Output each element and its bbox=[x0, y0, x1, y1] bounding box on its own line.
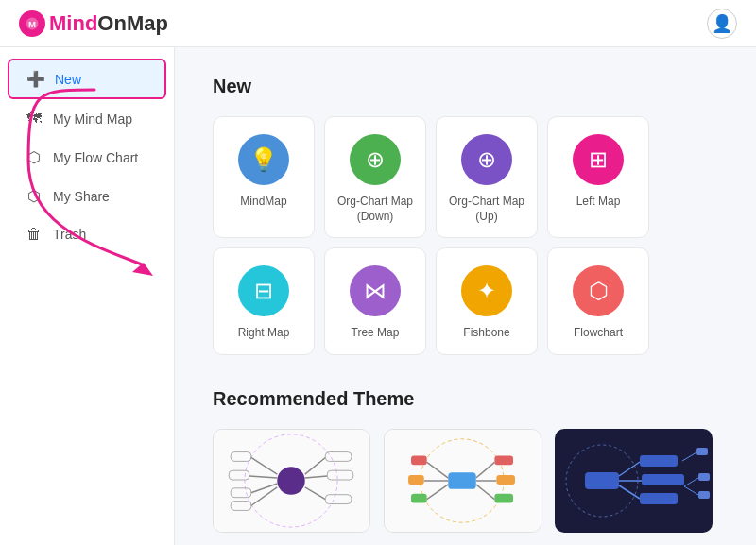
logo-icon: M bbox=[19, 10, 45, 37]
org-chart-up-icon: ⊕ bbox=[461, 134, 512, 185]
icon-card-fishbone[interactable]: ✦Fishbone bbox=[436, 247, 538, 355]
sidebar-item-my-mind-map-label: My Mind Map bbox=[53, 111, 132, 127]
org-chart-down-icon: ⊕ bbox=[350, 134, 401, 185]
mindmap-icon: 💡 bbox=[238, 134, 289, 185]
svg-rect-34 bbox=[494, 494, 513, 503]
recommended-section-title: Recommended Theme bbox=[213, 388, 718, 410]
share-icon: ⬡ bbox=[25, 187, 43, 205]
svg-rect-28 bbox=[411, 494, 427, 503]
sidebar-item-my-share-label: My Share bbox=[53, 189, 110, 204]
icon-card-right-map[interactable]: ⊟Right Map bbox=[213, 247, 315, 355]
left-map-icon: ⊞ bbox=[573, 134, 624, 185]
logo-on: On bbox=[97, 11, 127, 36]
logo-map: Map bbox=[127, 11, 168, 36]
map-icon: 🗺 bbox=[25, 111, 43, 128]
org-chart-up-label: Org-Chart Map (Up) bbox=[446, 195, 527, 224]
app-layout: ➕ New 🗺 My Mind Map ⬡ My Flow Chart ⬡ My… bbox=[0, 47, 756, 545]
theme-grid bbox=[213, 429, 718, 545]
svg-rect-32 bbox=[496, 475, 515, 485]
svg-rect-47 bbox=[698, 473, 710, 481]
svg-rect-22 bbox=[448, 472, 475, 489]
svg-rect-24 bbox=[411, 455, 427, 465]
svg-point-5 bbox=[277, 467, 304, 494]
sidebar-item-my-mind-map[interactable]: 🗺 My Mind Map bbox=[8, 101, 166, 137]
mindmap-label: MindMap bbox=[240, 195, 286, 210]
svg-rect-43 bbox=[640, 493, 678, 504]
svg-rect-37 bbox=[585, 472, 619, 489]
svg-rect-30 bbox=[494, 455, 513, 465]
right-map-label: Right Map bbox=[238, 326, 290, 341]
main-content: New 💡MindMap⊕Org-Chart Map (Down)⊕Org-Ch… bbox=[175, 47, 756, 545]
theme-card-2[interactable] bbox=[384, 429, 541, 533]
icon-card-org-chart-down[interactable]: ⊕Org-Chart Map (Down) bbox=[324, 116, 426, 238]
icon-card-left-map[interactable]: ⊞Left Map bbox=[547, 116, 649, 238]
sidebar-item-my-flow-chart-label: My Flow Chart bbox=[53, 150, 138, 165]
svg-rect-39 bbox=[640, 455, 678, 467]
new-section-title: New bbox=[213, 76, 718, 97]
svg-rect-49 bbox=[698, 491, 710, 499]
logo: M MindOnMap bbox=[19, 10, 168, 37]
flowchart-label: Flowchart bbox=[574, 326, 623, 341]
flow-chart-icon: ⬡ bbox=[25, 148, 43, 166]
icon-card-mindmap[interactable]: 💡MindMap bbox=[213, 116, 315, 238]
tree-map-label: Tree Map bbox=[352, 326, 400, 341]
trash-icon: 🗑 bbox=[25, 226, 43, 243]
svg-rect-41 bbox=[642, 474, 684, 485]
sidebar-item-trash-label: Trash bbox=[53, 227, 86, 242]
plus-icon: ➕ bbox=[26, 70, 45, 88]
sidebar-item-new-label: New bbox=[55, 72, 81, 87]
logo-mind: Mind bbox=[49, 11, 97, 36]
flowchart-icon: ⬡ bbox=[573, 265, 624, 316]
svg-text:M: M bbox=[28, 19, 36, 29]
right-map-icon: ⊟ bbox=[238, 265, 289, 316]
header: M MindOnMap 👤 bbox=[0, 0, 756, 47]
sidebar-item-trash[interactable]: 🗑 Trash bbox=[8, 216, 166, 252]
fishbone-label: Fishbone bbox=[463, 326, 509, 341]
org-chart-down-label: Org-Chart Map (Down) bbox=[335, 195, 416, 224]
user-avatar[interactable]: 👤 bbox=[707, 9, 737, 39]
sidebar-item-my-flow-chart[interactable]: ⬡ My Flow Chart bbox=[8, 139, 166, 176]
svg-rect-26 bbox=[408, 475, 424, 485]
icon-card-flowchart[interactable]: ⬡Flowchart bbox=[547, 247, 649, 355]
sidebar: ➕ New 🗺 My Mind Map ⬡ My Flow Chart ⬡ My… bbox=[0, 47, 175, 545]
sidebar-item-my-share[interactable]: ⬡ My Share bbox=[8, 178, 166, 214]
tree-map-icon: ⋈ bbox=[350, 265, 401, 316]
icon-card-tree-map[interactable]: ⋈Tree Map bbox=[324, 247, 426, 355]
svg-rect-45 bbox=[696, 448, 708, 455]
theme-card-1[interactable] bbox=[213, 429, 370, 533]
left-map-label: Left Map bbox=[576, 195, 621, 210]
sidebar-item-new[interactable]: ➕ New bbox=[8, 59, 166, 99]
icon-card-org-chart-up[interactable]: ⊕Org-Chart Map (Up) bbox=[436, 116, 538, 238]
new-icon-grid: 💡MindMap⊕Org-Chart Map (Down)⊕Org-Chart … bbox=[213, 116, 718, 355]
theme-card-3[interactable] bbox=[555, 429, 713, 533]
fishbone-icon: ✦ bbox=[461, 265, 512, 316]
